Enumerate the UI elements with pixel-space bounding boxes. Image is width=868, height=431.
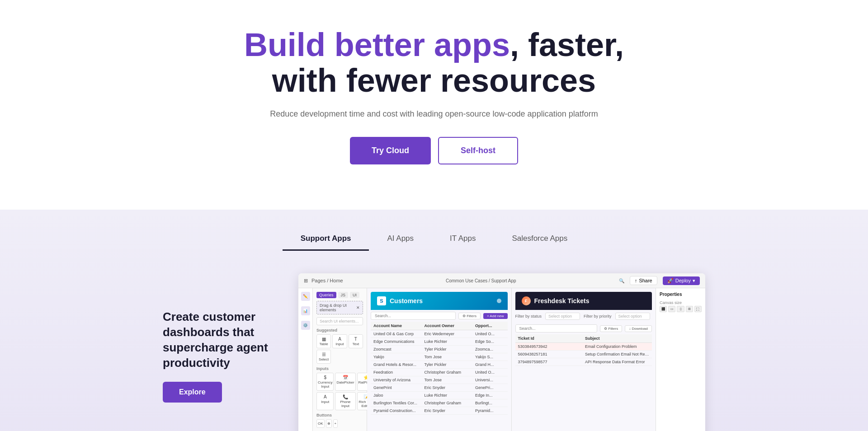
row-name[interactable]: Zoomcast <box>371 346 422 353</box>
add-element[interactable]: + <box>333 419 338 428</box>
demo-text: Create customer dashboards that supercha… <box>163 273 280 402</box>
currency-input-element[interactable]: $ Currency Input <box>316 373 334 391</box>
phone-input-element[interactable]: 📞 Phone Input <box>335 392 355 410</box>
datepicker-element[interactable]: 📅 DatePicker <box>335 373 355 391</box>
input2-element[interactable]: A Input <box>316 392 334 410</box>
row-opp: Yakijo S... <box>472 353 507 361</box>
table-row[interactable]: 5303849573942 Email Configuration Proble… <box>515 343 652 351</box>
row-owner: Tom Jose <box>422 376 473 384</box>
ticket-id: 5303849573942 <box>515 343 582 351</box>
sidebar-icons: ✏️ 📊 ⚙️ <box>298 288 313 431</box>
table-row[interactable]: Grand Hotels & Resor... Tyler Pickler Gr… <box>371 361 508 369</box>
customers-panel: S Customers ⚙ Filters + Add new <box>367 288 511 431</box>
size-mobile-btn[interactable]: ▯ <box>677 306 684 312</box>
customers-filter-btn[interactable]: ⚙ Filters <box>458 313 481 319</box>
table-row[interactable]: Jaloo Luke Richter Edge In... <box>371 392 508 399</box>
row-owner: Tom Jose <box>422 353 473 361</box>
col-account-name: Account Name <box>371 322 422 330</box>
filter-priority-select[interactable]: Select option <box>615 313 650 320</box>
table-row[interactable]: 3794897598577 API Response Data Format E… <box>515 358 652 366</box>
customers-header: S Customers <box>371 292 508 310</box>
table-row[interactable]: Yakijo Tom Jose Yakijo S... <box>371 353 508 361</box>
settings-icon[interactable]: ⚙️ <box>301 321 310 330</box>
breadcrumb-center: Common Use Cases / Support App <box>446 278 516 283</box>
text-element[interactable]: T Text <box>349 334 363 348</box>
canvas-panels: S Customers ⚙ Filters + Add new <box>367 288 656 431</box>
share-button[interactable]: ↑ Share <box>630 276 657 285</box>
customers-expand-icon[interactable] <box>497 299 501 303</box>
row-name[interactable]: GenePrint <box>371 384 422 392</box>
row-owner: Tyler Pickler <box>422 361 473 369</box>
canvas-size-buttons: ⬛ ▭ ▯ ⊞ ⛶ <box>660 306 702 312</box>
text-label: Text <box>350 342 362 346</box>
row-owner: Tyler Pickler <box>422 346 473 353</box>
freshdesk-title: Freshdesk Tickets <box>534 297 590 305</box>
data-icon[interactable]: 📊 <box>301 306 310 315</box>
row-name[interactable]: Edge Communications <box>371 338 422 346</box>
search-elements[interactable]: Search UI elements... <box>316 317 363 325</box>
table-row[interactable]: Feedration Christopher Graham United O..… <box>371 369 508 376</box>
table-row[interactable]: University of Arizona Tom Jose Universi.… <box>371 376 508 384</box>
row-name[interactable]: Jaloo <box>371 392 422 399</box>
row-opp: United O... <box>472 369 507 376</box>
icon-button-element[interactable]: ⊕ <box>326 419 332 428</box>
table-row[interactable]: Pyramid Construction... Eric Snyder Pyra… <box>371 407 508 415</box>
tab-salesforce-apps[interactable]: Salesforce Apps <box>494 228 585 251</box>
tickets-filter-btn[interactable]: ⚙ Filters <box>600 325 622 332</box>
row-opp: Burlingt... <box>472 399 507 407</box>
tickets-table: Ticket Id Subject 5303849573942 Email Co… <box>515 334 652 366</box>
table-row[interactable]: Edge Communications Luke Richter Edge So… <box>371 338 508 346</box>
table-row[interactable]: GenePrint Eric Snyder GenePri... <box>371 384 508 392</box>
row-owner: Christopher Graham <box>422 369 473 376</box>
ticket-subject: API Response Data Format Error <box>582 358 652 366</box>
customers-add-btn[interactable]: + Add new <box>483 313 508 319</box>
table-row[interactable]: United Oil & Gas Corp Eric Wedemeyer Uni… <box>371 330 508 338</box>
ticket-subject: Email Configuration Problem <box>582 343 652 351</box>
queries-tab[interactable]: Queries <box>316 292 336 298</box>
filter-row: Filter by status Select option Filter by… <box>515 310 652 323</box>
js-tab[interactable]: JS <box>338 292 349 298</box>
close-icon[interactable]: ✕ <box>356 305 360 310</box>
self-host-button[interactable]: Self-host <box>438 137 518 164</box>
tabs-container: Support Apps AI Apps IT Apps Salesforce … <box>9 228 859 251</box>
try-cloud-button[interactable]: Try Cloud <box>350 137 431 164</box>
input-element[interactable]: A Input <box>332 334 347 348</box>
row-name[interactable]: University of Arizona <box>371 376 422 384</box>
size-desktop-btn[interactable]: ⬛ <box>660 306 667 312</box>
select-element[interactable]: ☰ Select <box>316 350 331 364</box>
table-row[interactable]: 5609438257181 Setup Confirmation Email N… <box>515 351 652 358</box>
customers-search[interactable] <box>371 312 456 320</box>
table-row[interactable]: Zoomcast Tyler Pickler Zoomca... <box>371 346 508 353</box>
filter-status-select[interactable]: Select option <box>545 313 580 320</box>
explore-button[interactable]: Explore <box>163 382 222 403</box>
ticket-id: 5609438257181 <box>515 351 582 358</box>
filter-priority-label: Filter by priority <box>584 314 612 319</box>
size-fullscreen-btn[interactable]: ⛶ <box>694 306 702 312</box>
editor-icon[interactable]: ✏️ <box>301 292 310 301</box>
row-name[interactable]: Burlington Textiles Cor... <box>371 399 422 407</box>
row-name[interactable]: Pyramid Construction... <box>371 407 422 415</box>
ui-tab[interactable]: UI <box>350 292 359 298</box>
row-name[interactable]: Yakijo <box>371 353 422 361</box>
table-element[interactable]: ▦ Table <box>316 334 331 348</box>
layout-icon: ⊞ <box>304 278 308 284</box>
tab-ai-apps[interactable]: AI Apps <box>369 228 432 251</box>
size-tablet-btn[interactable]: ▭ <box>668 306 675 312</box>
size-custom-btn[interactable]: ⊞ <box>686 306 693 312</box>
tickets-download-btn[interactable]: ↓ Download <box>625 325 652 332</box>
row-name[interactable]: United Oil & Gas Corp <box>371 330 422 338</box>
table-row[interactable]: Burlington Textiles Cor... Christopher G… <box>371 399 508 407</box>
row-name[interactable]: Feedration <box>371 369 422 376</box>
deploy-button[interactable]: 🚀 Deploy ▾ <box>663 276 700 285</box>
screenshot-topbar: ⊞ Pages / Home Common Use Cases / Suppor… <box>298 273 705 288</box>
tab-support-apps[interactable]: Support Apps <box>283 228 369 251</box>
row-name[interactable]: Grand Hotels & Resor... <box>371 361 422 369</box>
ok-button-element[interactable]: OK <box>316 419 325 428</box>
tab-it-apps[interactable]: IT Apps <box>432 228 494 251</box>
row-owner: Eric Snyder <box>422 407 473 415</box>
row-opp: Universi... <box>472 376 507 384</box>
freshdesk-panel: F Freshdesk Tickets Filter by status Sel… <box>511 288 656 431</box>
elements-panel: Queries JS UI Drag & drop UI elements ✕ … <box>313 288 367 431</box>
col-account-owner: Account Owner <box>422 322 473 330</box>
tickets-search[interactable] <box>515 324 598 333</box>
